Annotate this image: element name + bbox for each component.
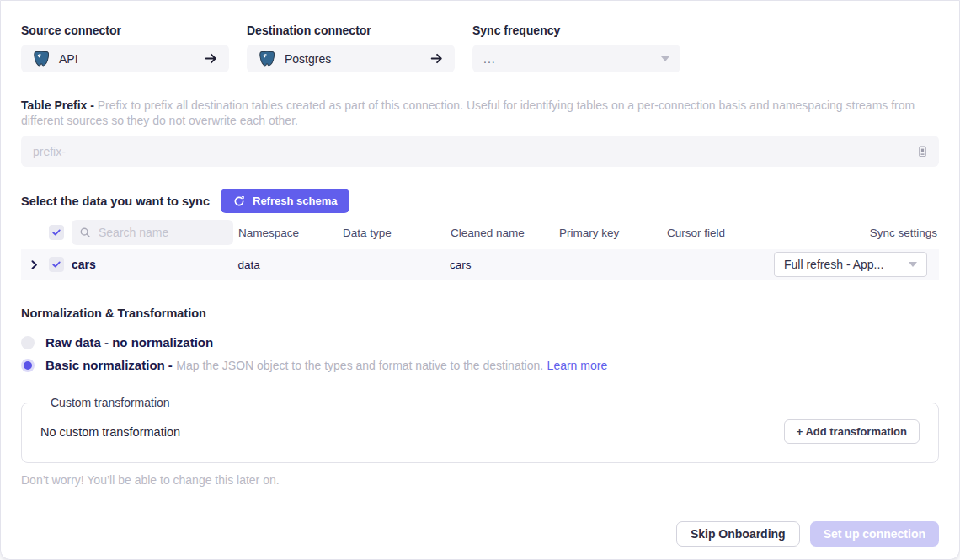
raw-data-option[interactable]: Raw data - no normalization — [21, 335, 939, 349]
raw-data-label: Raw data - no normalization — [45, 335, 213, 349]
table-prefix-section: Table Prefix - Prefix to prefix all dest… — [21, 98, 939, 167]
custom-transformation-legend: Custom transformation — [45, 396, 176, 409]
sync-frequency-value: ... — [483, 52, 496, 66]
postgres-logo-icon — [32, 50, 51, 68]
column-header-primary-key: Primary key — [559, 227, 667, 239]
add-transformation-button[interactable]: + Add transformation — [784, 419, 920, 444]
change-later-note: Don’t worry! You’ll be able to change th… — [21, 473, 939, 487]
card-content: Source connector API Destination connect… — [1, 1, 959, 547]
sync-frequency-label: Sync frequency — [472, 24, 680, 37]
source-connector-name: API — [59, 52, 78, 66]
input-field-icon — [916, 145, 929, 158]
table-prefix-input[interactable] — [31, 144, 916, 159]
custom-transformation-fieldset: Custom transformation No custom transfor… — [21, 396, 939, 463]
normalization-section: Normalization & Transformation Raw data … — [21, 307, 939, 373]
arrow-right-icon[interactable] — [429, 51, 444, 66]
postgres-logo-icon — [258, 50, 276, 68]
destination-connector-label: Destination connector — [247, 24, 455, 37]
column-header-cleaned-name: Cleaned name — [451, 227, 559, 239]
select-all-checkbox[interactable] — [49, 225, 64, 240]
destination-connector-col: Destination connector Postgres — [247, 24, 455, 72]
source-connector-label: Source connector — [21, 24, 229, 37]
search-icon — [79, 227, 91, 238]
footer-actions: Skip Onboarding Set up connection — [21, 521, 939, 547]
normalization-title: Normalization & Transformation — [21, 307, 939, 320]
learn-more-link[interactable]: Learn more — [547, 359, 608, 372]
source-connector-select[interactable]: API — [21, 45, 229, 72]
table-prefix-title: Table Prefix - — [21, 99, 94, 112]
row-checkbox[interactable] — [49, 257, 64, 272]
setup-connection-button[interactable]: Set up connection — [810, 521, 939, 547]
destination-connector-select[interactable]: Postgres — [247, 45, 455, 72]
refresh-schema-label: Refresh schema — [253, 195, 337, 207]
chevron-right-icon[interactable] — [29, 259, 40, 270]
no-transformation-text: No custom transformation — [40, 425, 180, 439]
arrow-right-icon[interactable] — [204, 51, 218, 66]
table-prefix-description: Prefix to prefix all destination tables … — [21, 99, 915, 127]
radio-unselected-icon[interactable] — [21, 336, 35, 349]
connector-row: Source connector API Destination connect… — [21, 24, 939, 72]
sync-mode-value: Full refresh - App... — [784, 258, 883, 271]
column-header-data-type: Data type — [343, 227, 451, 239]
skip-onboarding-button[interactable]: Skip Onboarding — [676, 521, 800, 547]
schema-section: Select the data you want to sync Refresh… — [21, 189, 939, 280]
sync-frequency-col: Sync frequency ... — [472, 24, 680, 72]
schema-table-header: Namespace Data type Cleaned name Primary… — [21, 218, 939, 247]
table-prefix-field — [21, 136, 939, 167]
basic-normalization-description: Map the JSON object to the types and for… — [176, 359, 543, 372]
stream-namespace: data — [237, 259, 342, 271]
radio-selected-icon[interactable] — [21, 359, 35, 372]
chevron-down-icon — [661, 56, 669, 61]
connection-setup-card: Source connector API Destination connect… — [0, 0, 960, 560]
column-header-sync-settings: Sync settings — [776, 227, 939, 239]
column-header-namespace: Namespace — [238, 227, 343, 239]
refresh-icon — [233, 195, 245, 207]
basic-normalization-option[interactable]: Basic normalization - Map the JSON objec… — [21, 358, 939, 373]
sync-frequency-select[interactable]: ... — [472, 45, 680, 72]
source-connector-col: Source connector API — [21, 24, 229, 72]
search-input[interactable] — [97, 225, 226, 240]
stream-name: cars — [72, 258, 238, 271]
basic-normalization-label: Basic normalization - — [45, 358, 173, 372]
chevron-down-icon — [909, 262, 917, 267]
stream-cleaned-name: cars — [450, 259, 558, 271]
refresh-schema-button[interactable]: Refresh schema — [221, 189, 349, 213]
destination-connector-name: Postgres — [285, 52, 331, 66]
sync-mode-select[interactable]: Full refresh - App... — [774, 252, 927, 277]
search-box — [72, 220, 233, 245]
column-header-cursor-field: Cursor field — [667, 227, 776, 239]
schema-title: Select the data you want to sync — [21, 195, 210, 208]
table-row: cars data cars Full refresh - App... — [21, 249, 939, 280]
